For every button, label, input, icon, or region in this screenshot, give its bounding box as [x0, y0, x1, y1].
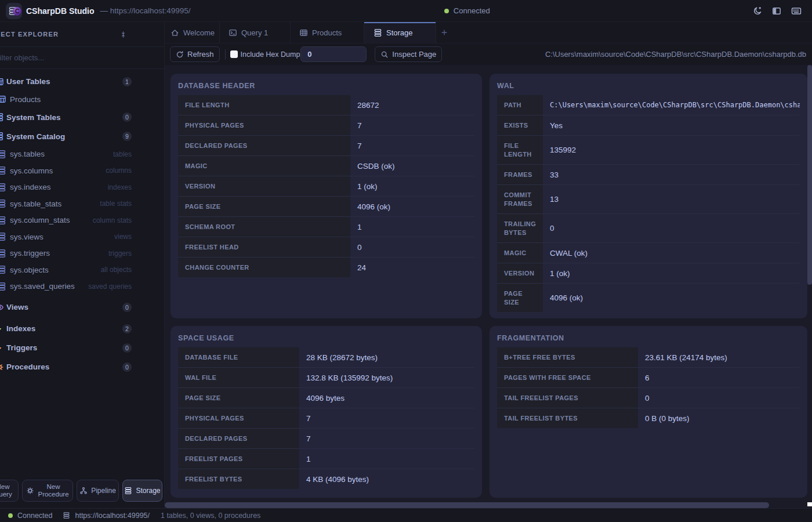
- database-path: C:\Users\maxim\source\Code\CSharpDB\src\…: [442, 50, 806, 59]
- top-bar: CSharpDB Studio — https://localhost:4999…: [0, 0, 812, 22]
- connection-dot: [444, 9, 449, 13]
- refresh-button[interactable]: Refresh: [170, 46, 220, 62]
- page-number-input[interactable]: [300, 46, 367, 62]
- sidebar-item-sys-views[interactable]: sys.viewsviews: [0, 229, 164, 245]
- kv-label: FREELIST HEAD: [178, 237, 350, 258]
- panel-fragmentation: FRAGMENTATION B+TREE FREE BYTES 23.61 KB…: [490, 326, 807, 498]
- kv-row: WAL FILE 132.8 KB (135992 bytes): [178, 368, 474, 388]
- zap-orange-icon: [0, 343, 4, 353]
- sidebar-item-sys-saved-queries[interactable]: sys.saved_queriessaved queries: [0, 278, 164, 295]
- sidebar-item-views[interactable]: Views0: [0, 298, 164, 317]
- kv-label: EXISTS: [497, 115, 543, 136]
- kv-value: 1 (ok): [350, 176, 474, 197]
- sidebar-button-pipeline[interactable]: Pipeline: [77, 480, 119, 502]
- kv-row: PATH C:\Users\maxim\source\Code\CSharpDB…: [497, 95, 800, 115]
- tab-storage[interactable]: Storage: [364, 22, 436, 43]
- sidebar-item-sys-table-stats[interactable]: sys.table_statstable stats: [0, 195, 164, 212]
- pipeline-icon: [79, 487, 88, 495]
- sidebar-item-indexes[interactable]: Indexes2: [0, 319, 164, 338]
- kv-value: 7: [350, 136, 474, 156]
- new-tab-button[interactable]: [436, 22, 452, 43]
- tab-query-1[interactable]: Query 1: [220, 22, 291, 43]
- horizontal-scrollbar[interactable]: [165, 502, 769, 508]
- kv-value: 0: [350, 237, 474, 258]
- table-icon: [0, 95, 6, 104]
- gear-icon: [0, 362, 4, 372]
- kv-value: 28 KB (28672 bytes): [299, 347, 474, 368]
- item-count-badge: 0: [122, 113, 132, 122]
- kv-row: EXISTS Yes: [497, 115, 800, 136]
- tab-products[interactable]: Products: [291, 22, 364, 43]
- kv-value: 24: [350, 258, 474, 278]
- kv-row: PAGES WITH FREE SPACE 6: [497, 368, 800, 388]
- item-count-badge: 1: [122, 77, 132, 86]
- kv-label: MAGIC: [178, 156, 350, 176]
- kv-value: 23.61 KB (24174 bytes): [638, 347, 800, 368]
- filter-objects-input[interactable]: [0, 53, 164, 62]
- database-icon: [0, 265, 6, 274]
- kv-row: TRAILING BYTES 0: [497, 214, 800, 243]
- inspect-page-button[interactable]: Inspect Page: [375, 46, 442, 62]
- tab-welcome[interactable]: Welcome: [165, 22, 220, 43]
- kv-row: B+TREE FREE BYTES 23.61 KB (24174 bytes): [497, 347, 800, 368]
- kv-row: TAIL FREELIST PAGES 0: [497, 388, 800, 408]
- sidebar-item-products[interactable]: Products: [0, 91, 164, 108]
- kv-label: PAGE SIZE: [178, 197, 350, 217]
- sidebar-item-procedures[interactable]: Procedures0: [0, 357, 164, 376]
- toolbar-divider: [225, 49, 226, 60]
- kv-label: MAGIC: [497, 243, 543, 263]
- include-hex-dump-checkbox[interactable]: [230, 50, 238, 58]
- kv-value: 6: [638, 368, 800, 388]
- kv-value: C:\Users\maxim\source\Code\CSharpDB\src\…: [543, 95, 800, 115]
- kv-row: FRAMES 33: [497, 165, 800, 185]
- database-icon: [0, 232, 6, 241]
- home-icon: [171, 28, 179, 37]
- sidebar-item-sys-objects[interactable]: sys.objectsall objects: [0, 262, 164, 278]
- object-tree: User Tables1 Products System Tables0 Sys…: [0, 69, 164, 475]
- panel-icon[interactable]: [772, 6, 781, 16]
- item-hint: table stats: [100, 200, 132, 208]
- pin-icon[interactable]: [119, 31, 127, 38]
- item-hint: column stats: [93, 216, 132, 224]
- item-count-badge: 0: [122, 303, 132, 312]
- sidebar-item-system-tables[interactable]: System Tables0: [0, 108, 164, 127]
- kv-value: 4 KB (4096 bytes): [299, 469, 474, 490]
- sidebar-item-sys-columns[interactable]: sys.columnscolumns: [0, 162, 164, 179]
- sidebar-button-storage[interactable]: Storage: [122, 480, 162, 502]
- sidebar-item-sys-indexes[interactable]: sys.indexesindexes: [0, 179, 164, 196]
- panel-title: SPACE USAGE: [178, 334, 474, 342]
- sidebar-item-triggers[interactable]: Triggers0: [0, 338, 164, 357]
- item-hint: indexes: [108, 183, 132, 191]
- item-hint: tables: [113, 150, 132, 158]
- kv-row: FILE LENGTH 28672: [178, 95, 474, 115]
- refresh-icon: [176, 50, 184, 59]
- sidebar-button-new-procedure[interactable]: NewProcedure: [22, 480, 73, 502]
- sidebar-item-sys-triggers[interactable]: sys.triggerstriggers: [0, 245, 164, 262]
- database-icon: [0, 132, 4, 141]
- item-hint: triggers: [108, 249, 132, 258]
- moon-icon[interactable]: [753, 6, 762, 16]
- kv-label: PAGE SIZE: [497, 284, 543, 313]
- vertical-scrollbar[interactable]: [807, 65, 812, 285]
- include-hex-dump-label: Include Hex Dump: [241, 50, 300, 59]
- sidebar-item-sys-tables[interactable]: sys.tablestables: [0, 146, 164, 163]
- sidebar-item-sys-column-stats[interactable]: sys.column_statscolumn stats: [0, 212, 164, 229]
- status-database-icon: [63, 512, 70, 519]
- kv-label: PHYSICAL PAGES: [178, 408, 299, 429]
- kv-label: FILE LENGTH: [178, 95, 350, 115]
- app-logo-icon: [6, 3, 22, 19]
- kv-row: FILE LENGTH 135992: [497, 136, 800, 165]
- sidebar-button-new-query[interactable]: NewQuery: [0, 480, 19, 502]
- kv-label: PAGES WITH FREE SPACE: [497, 368, 638, 388]
- item-hint: all objects: [101, 266, 132, 274]
- sidebar-item-user-tables[interactable]: User Tables1: [0, 72, 164, 91]
- kv-row: PAGE SIZE 4096 (ok): [178, 197, 474, 217]
- kv-value: 13: [543, 185, 800, 214]
- keyboard-icon[interactable]: [791, 6, 802, 16]
- sidebar-item-system-catalog[interactable]: System Catalog9: [0, 127, 164, 146]
- kv-value: CWAL (ok): [543, 243, 800, 263]
- kv-row: SCHEMA ROOT 1: [178, 217, 474, 237]
- status-bar: Connected https://localhost:49995/ 1 tab…: [0, 508, 812, 522]
- panel-title: DATABASE HEADER: [178, 82, 474, 90]
- panel-title: WAL: [497, 82, 800, 90]
